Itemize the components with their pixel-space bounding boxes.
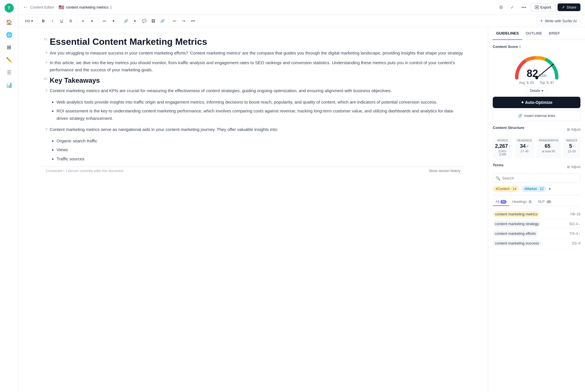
export-button[interactable]: 🅆 Export	[531, 3, 556, 11]
block-p4: p Content marketing metrics serve as nav…	[41, 126, 465, 133]
top-icon: ⇅	[546, 81, 549, 85]
headings-count: 5	[528, 200, 532, 204]
block-h1: h1 Essential Content Marketing Metrics	[41, 36, 465, 47]
list-button[interactable]: ≔	[100, 17, 109, 25]
info-icon[interactable]: ℹ	[110, 5, 112, 10]
sidebar-icon-home[interactable]: 🏠	[4, 17, 14, 27]
content-score-section: Content Score ℹ	[493, 45, 580, 121]
filter-tab-headings[interactable]: Headings 5	[509, 198, 535, 206]
editor-para-1[interactable]: Are you struggling to measure success in…	[50, 49, 465, 57]
sidebar-icon-grid[interactable]: ⊞	[4, 42, 14, 52]
editor-heading-1[interactable]: Essential Content Marketing Metrics	[50, 36, 465, 47]
content-score-title: Content Score ℹ	[493, 45, 580, 49]
comment-button[interactable]: 💬	[140, 17, 149, 25]
underline-button[interactable]: U	[57, 17, 66, 25]
editor-heading-2[interactable]: Key Takeaways	[50, 76, 465, 85]
details-button[interactable]: Details ▾	[526, 87, 547, 94]
editor-para-3[interactable]: Content marketing metrics and KPIs are c…	[50, 87, 465, 94]
version-bar: Connected • 1 person currently edits thi…	[41, 166, 465, 175]
redo-button[interactable]: ↪	[180, 17, 188, 25]
surfer-icon: ✦	[540, 19, 543, 23]
metric-words: WORDS 2,267 ↑ 3,043–3,499	[493, 137, 512, 158]
show-version-history[interactable]: Show version history	[429, 169, 460, 173]
bullet-item-1[interactable]: Web analytics tools provide insights int…	[57, 98, 465, 106]
metric-headings: HEADINGS 34 ✓ 27–40	[515, 137, 534, 158]
strikethrough-button[interactable]: S	[67, 17, 75, 25]
tab-outline[interactable]: OUTLINE	[522, 27, 545, 40]
back-button[interactable]: ←	[23, 4, 28, 10]
more-toolbar-button[interactable]: •••	[189, 17, 197, 25]
bullet-item-2[interactable]: ROI assessment is the key to understandi…	[57, 107, 465, 122]
metrics-grid: WORDS 2,267 ↑ 3,043–3,499 HEADINGS 34 ✓	[493, 137, 580, 158]
sidebar-icon-chart[interactable]: 📊	[4, 80, 14, 90]
link-chevron[interactable]: ▾	[131, 17, 139, 25]
sidebar-icon-edit[interactable]: ✏️	[4, 55, 14, 65]
content-structure-title: Content Structure	[493, 126, 524, 130]
internal-links-button[interactable]: 🔗 Insert internal links	[493, 110, 580, 121]
settings-button[interactable]: ⚙	[496, 3, 506, 12]
sidebar-icon-list[interactable]: ☰	[4, 67, 14, 78]
link-button[interactable]: 🔗	[122, 17, 130, 25]
tags-chevron-button[interactable]: ▾	[549, 187, 551, 191]
check-button[interactable]: ✓	[508, 3, 517, 12]
embed-button[interactable]: 🔗	[158, 17, 167, 25]
editor-para-2[interactable]: In this article, we dive into the key me…	[50, 59, 465, 74]
filter-tab-nlp[interactable]: NLP 65	[535, 198, 555, 206]
term-name-1[interactable]: content marketing metrics	[493, 211, 540, 217]
breadcrumb-parent[interactable]: Content Editor	[30, 5, 54, 9]
wordpress-icon: 🅆	[535, 5, 539, 9]
list-chevron[interactable]: ▾	[109, 17, 118, 25]
bullet-item-5[interactable]: Traffic sources	[57, 155, 465, 163]
term-name-2[interactable]: content marketing strategy	[493, 221, 541, 227]
sidebar-icon-globe[interactable]: 🌐	[4, 30, 14, 40]
metric-paragraphs: PARAGRAPHS 65 ↑ at least 85	[536, 137, 561, 158]
link-icon: 🔗	[518, 114, 522, 118]
bullet-item-3[interactable]: Organic search traffic	[57, 137, 465, 145]
share-button[interactable]: ↗ Share	[558, 3, 580, 11]
breadcrumb: Content Editor / 🇺🇸 content marketing me…	[30, 5, 112, 10]
editor-area[interactable]: h1 Essential Content Marketing Metrics p…	[18, 27, 488, 392]
nlp-count: 65	[546, 200, 552, 204]
tab-guidelines[interactable]: GUIDELINES	[493, 27, 522, 40]
words-arrow-up: ↑	[508, 144, 510, 148]
italic-button[interactable]: I	[48, 17, 57, 25]
chevron-down-icon: ▾	[542, 89, 543, 93]
gauge-container: 82 /100 Avg ⇅ 83 Top	[493, 52, 580, 94]
term-name-4[interactable]: content marketing success	[493, 240, 541, 246]
term-name-3[interactable]: content marketing efforts	[493, 231, 538, 237]
write-with-surfer-button[interactable]: ✦ Write with Surfer AI	[536, 17, 580, 25]
tab-brief[interactable]: BRIEF	[546, 27, 564, 40]
block-label-p1: p	[41, 49, 50, 54]
block-label-p2: p	[41, 59, 50, 64]
more-button[interactable]: •••	[519, 3, 528, 12]
tags-row: #Content - 14 #Market - 12 ▾	[493, 186, 580, 195]
structure-adjust-button[interactable]: ⊞ Adjust	[567, 128, 580, 132]
tag-content[interactable]: #Content - 14	[493, 186, 519, 192]
align-button[interactable]: ≡	[79, 17, 87, 25]
filter-tab-all[interactable]: All 80	[493, 198, 509, 206]
content-score-info-icon[interactable]: ℹ	[519, 45, 521, 49]
image-button[interactable]: 🖼	[149, 17, 158, 25]
align-chevron[interactable]: ▾	[88, 17, 97, 25]
score-value: 82	[527, 68, 538, 80]
auto-optimize-button[interactable]: ✦ Auto-Optimize	[493, 97, 580, 108]
terms-title: Terms	[493, 163, 504, 167]
toolbar-sep-3	[98, 18, 99, 24]
toolbar-sep-5	[169, 18, 169, 24]
heading-selector[interactable]: H3 ▾	[23, 18, 35, 24]
bullet-item-4[interactable]: Views	[57, 146, 465, 153]
breadcrumb-flag: 🇺🇸	[59, 5, 64, 10]
tag-market[interactable]: #Market - 12	[522, 186, 546, 192]
gauge-wrap: 82 /100	[511, 52, 562, 81]
undo-button[interactable]: ↩	[171, 17, 179, 25]
right-panel: GUIDELINES OUTLINE BRIEF Content Score ℹ	[488, 27, 585, 392]
block-label-p4: p	[41, 126, 50, 130]
bold-button[interactable]: B	[39, 17, 48, 25]
avg-icon: ⇅	[526, 81, 529, 85]
panel-tabs: GUIDELINES OUTLINE BRIEF	[488, 27, 585, 40]
paragraphs-arrow-up: ↑	[551, 144, 553, 148]
editor-para-4[interactable]: Content marketing metrics serve as navig…	[50, 126, 465, 133]
terms-search-input[interactable]	[493, 173, 580, 183]
terms-adjust-button[interactable]: ⊞ Adjust	[567, 165, 580, 169]
avatar[interactable]: T	[5, 3, 14, 13]
